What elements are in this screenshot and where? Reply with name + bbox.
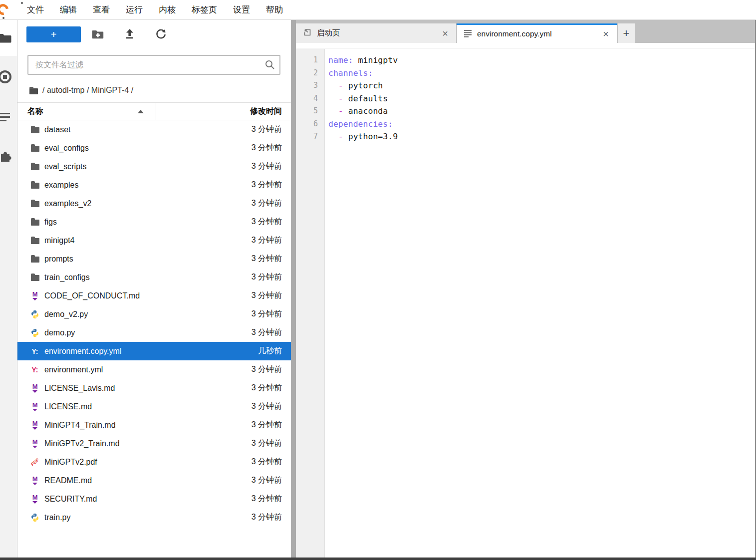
markdown-icon: M <box>30 383 40 393</box>
file-row-code-of-conduct-md[interactable]: MCODE_OF_CONDUCT.md3 分钟前 <box>17 286 291 305</box>
file-row-demo-v2-py[interactable]: demo_v2.py3 分钟前 <box>17 305 291 323</box>
file-row-license-lavis-md[interactable]: MLICENSE_Lavis.md3 分钟前 <box>17 379 291 397</box>
file-row-prompts[interactable]: prompts3 分钟前 <box>17 250 291 268</box>
python-icon <box>30 328 40 338</box>
menu-settings[interactable]: 设置 <box>225 0 258 20</box>
file-row-examples[interactable]: examples3 分钟前 <box>17 176 291 194</box>
file-row-security-md[interactable]: MSECURITY.md3 分钟前 <box>17 490 291 508</box>
folder-icon <box>30 217 40 227</box>
folder-icon <box>0 32 11 46</box>
file-row-minigptv2-train-md[interactable]: MMiniGPTv2_Train.md3 分钟前 <box>17 434 291 453</box>
file-row-environment-yml[interactable]: Y:environment.yml3 分钟前 <box>17 360 291 379</box>
menu-tabs[interactable]: 标签页 <box>184 0 225 20</box>
folder-icon <box>30 180 40 190</box>
file-row-examples-v2[interactable]: examples_v23 分钟前 <box>17 194 291 213</box>
new-folder-button[interactable] <box>91 28 104 41</box>
editor-top-strip <box>296 43 756 48</box>
file-name: MiniGPTv2.pdf <box>44 458 97 467</box>
markdown-icon: M <box>30 476 40 486</box>
folder-icon <box>30 236 40 246</box>
breadcrumb-path: / autodl-tmp / MiniGPT-4 / <box>42 86 133 95</box>
file-modified-time: 3 分钟前 <box>252 254 291 264</box>
file-modified-time: 3 分钟前 <box>252 512 291 523</box>
refresh-button[interactable] <box>154 28 167 41</box>
tab-launcher[interactable]: 启动页 × <box>296 23 457 43</box>
python-icon <box>30 309 40 319</box>
menu-kernel[interactable]: 内核 <box>151 0 184 20</box>
file-row-eval-configs[interactable]: eval_configs3 分钟前 <box>17 139 291 157</box>
close-tab-icon[interactable]: × <box>600 29 612 39</box>
file-modified-time: 3 分钟前 <box>252 124 291 135</box>
file-modified-time: 3 分钟前 <box>252 290 291 301</box>
file-row-train-py[interactable]: train.py3 分钟前 <box>17 508 291 527</box>
tab-environment-copy-yml[interactable]: environment.copy.yml × <box>457 23 617 43</box>
line-number: 6 <box>296 118 318 131</box>
code-line: - python=3.9 <box>328 130 756 143</box>
yaml-icon: Y: <box>30 365 40 375</box>
code-line: - anaconda <box>328 105 756 118</box>
yaml-icon: Y: <box>30 346 40 356</box>
home-folder-icon <box>29 88 38 94</box>
folder-icon <box>30 254 40 264</box>
file-name: CODE_OF_CONDUCT.md <box>44 291 140 300</box>
file-row-environment-copy-yml[interactable]: Y:environment.copy.yml几秒前 <box>17 342 291 360</box>
file-row-readme-md[interactable]: MREADME.md3 分钟前 <box>17 471 291 490</box>
close-tab-icon[interactable]: × <box>439 28 451 38</box>
column-header-modified[interactable]: 修改时间 <box>250 106 282 117</box>
running-kernels-icon <box>0 70 12 86</box>
file-row-eval-scripts[interactable]: eval_scripts3 分钟前 <box>17 157 291 176</box>
code-editor[interactable]: 1 2 3 4 5 6 7 name: minigptv channels: -… <box>296 49 756 558</box>
tab-label: environment.copy.yml <box>477 29 600 38</box>
markdown-icon: M <box>30 402 40 412</box>
menu-help[interactable]: 帮助 <box>258 0 291 20</box>
file-row-figs[interactable]: figs3 分钟前 <box>17 213 291 231</box>
menu-edit[interactable]: 编辑 <box>52 0 85 20</box>
file-filter <box>27 55 280 75</box>
file-name: demo_v2.py <box>44 310 88 319</box>
folder-icon <box>30 162 40 172</box>
file-row-minigpt4[interactable]: minigpt43 分钟前 <box>17 231 291 250</box>
file-name: MiniGPTv2_Train.md <box>44 439 120 448</box>
file-modified-time: 3 分钟前 <box>252 272 291 282</box>
filter-files-input[interactable] <box>27 55 280 75</box>
text-file-icon <box>464 29 472 39</box>
tab-label: 启动页 <box>317 28 439 38</box>
file-row-license-md[interactable]: MLICENSE.md3 分钟前 <box>17 397 291 416</box>
sort-ascending-icon <box>138 110 144 113</box>
python-icon <box>30 513 40 523</box>
line-number: 4 <box>296 92 318 105</box>
menu-file[interactable]: 文件 <box>19 0 52 20</box>
logo-dot <box>2 17 4 19</box>
app-logo-icon <box>0 0 19 20</box>
menu-run[interactable]: 运行 <box>118 0 151 20</box>
file-row-minigptv2-pdf[interactable]: PDFMiniGPTv2.pdf3 分钟前 <box>17 453 291 471</box>
new-tab-button[interactable]: + <box>618 23 635 43</box>
file-name: train_configs <box>44 273 90 282</box>
file-name: dataset <box>44 125 70 134</box>
file-modified-time: 几秒前 <box>258 346 291 356</box>
file-row-minigpt4-train-md[interactable]: MMiniGPT4_Train.md3 分钟前 <box>17 416 291 434</box>
file-row-train-configs[interactable]: train_configs3 分钟前 <box>17 268 291 286</box>
menu-view[interactable]: 查看 <box>85 0 118 20</box>
upload-button[interactable] <box>123 28 136 41</box>
new-launcher-button[interactable]: + <box>26 26 81 42</box>
column-header-name[interactable]: 名称 <box>27 106 43 117</box>
file-row-demo-py[interactable]: demo.py3 分钟前 <box>17 323 291 342</box>
folder-icon <box>30 273 40 282</box>
search-icon <box>264 59 275 70</box>
code-line: - defaults <box>328 92 756 105</box>
column-divider <box>156 102 156 120</box>
file-row-dataset[interactable]: dataset3 分钟前 <box>17 120 291 139</box>
file-name: README.md <box>44 476 92 485</box>
file-modified-time: 3 分钟前 <box>252 475 291 486</box>
file-name: minigpt4 <box>44 236 74 245</box>
file-name: figs <box>44 218 57 227</box>
breadcrumb[interactable]: / autodl-tmp / MiniGPT-4 / <box>29 81 133 100</box>
menu-bar: 文件 编辑 查看 运行 内核 标签页 设置 帮助 <box>0 0 756 20</box>
file-name: examples_v2 <box>44 199 91 208</box>
file-modified-time: 3 分钟前 <box>252 327 291 338</box>
sidebar-tab-files[interactable] <box>0 20 17 56</box>
code-content[interactable]: name: minigptv channels: - pytorch - def… <box>325 49 756 558</box>
file-name: demo.py <box>44 328 75 337</box>
panel-splitter[interactable] <box>291 20 296 558</box>
